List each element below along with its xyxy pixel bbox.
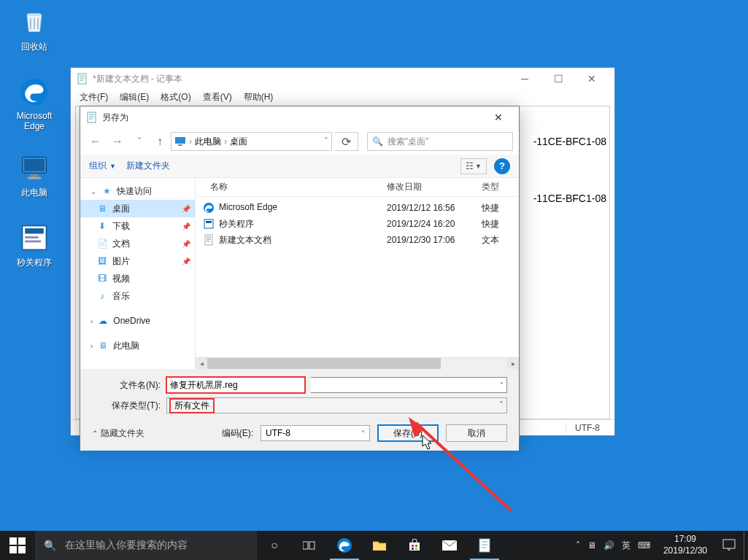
list-item[interactable]: 秒关程序 2019/12/24 16:20 快捷 [196,216,519,232]
desktop-icon-sec-shutdown[interactable]: 秒关程序 [6,222,63,269]
tray-network-icon[interactable]: 🖥 [587,540,596,551]
column-modified[interactable]: 修改日期 [379,181,474,193]
tree-this-pc[interactable]: ›🖥此电脑 [80,337,195,354]
address-bar[interactable]: › 此电脑 › 桌面 ˅ [171,132,332,151]
list-item[interactable]: Microsoft Edge 2019/12/12 16:56 快捷 [196,200,519,216]
nav-back-button[interactable]: ← [86,132,105,151]
notepad-icon [479,538,490,553]
taskbar-clock[interactable]: 17:09 2019/12/30 [656,534,714,556]
notepad-titlebar[interactable]: *新建文本文档 - 记事本 ─ ☐ ✕ [71,68,614,90]
column-name[interactable]: 名称 [196,181,379,193]
system-tray: ˄ 🖥 🔊 英 ⌨ [570,540,656,552]
mail-icon [442,540,457,551]
dialog-titlebar[interactable]: 另存为 ✕ [80,106,519,128]
svg-rect-24 [415,548,417,550]
taskbar-app-explorer[interactable] [362,531,397,560]
tree-item-music[interactable]: ♪音乐 [80,287,195,305]
menu-help[interactable]: 帮助(H) [239,90,278,106]
folder-tree: ⌄★快速访问 🖥桌面📌 ⬇下载📌 📄文档📌 🖼图片📌 🎞视频 ♪音乐 ›☁One… [80,178,196,369]
svg-rect-7 [25,236,38,238]
scroll-left-button[interactable]: ◂ [196,358,207,369]
start-button[interactable] [0,531,35,560]
task-view-button[interactable] [292,531,327,560]
minimize-button[interactable]: ─ [508,68,541,90]
desktop-icon-label: Microsoft Edge [6,111,63,131]
list-item[interactable]: 新建文本文档 2019/12/30 17:06 文本 [196,232,519,248]
svg-rect-18 [309,542,315,549]
chevron-down-icon[interactable]: ˅ [500,381,504,389]
hide-folders-button[interactable]: ⌃隐藏文件夹 [92,427,144,440]
encoding-combo[interactable]: UTF-8˅ [261,425,370,441]
list-header: 名称 修改日期 类型 [196,178,519,197]
help-button[interactable]: ? [494,158,510,174]
menu-file[interactable]: 文件(F) [75,90,112,106]
shortcut-icon [203,218,215,230]
taskbar-app-mail[interactable] [432,531,467,560]
notepad-title: *新建文本文档 - 记事本 [93,73,182,85]
search-input[interactable]: 🔍 搜索"桌面" [367,132,513,151]
taskbar-app-edge[interactable] [327,531,362,560]
filename-input[interactable] [166,377,305,393]
view-options-button[interactable]: ☷ ▼ [460,158,487,174]
svg-rect-2 [24,159,45,171]
breadcrumb-pc[interactable]: 此电脑 [195,136,221,148]
pin-icon: 📌 [182,222,190,230]
tree-item-desktop[interactable]: 🖥桌面📌 [80,200,195,217]
desktop-icon-edge[interactable]: Microsoft Edge [6,76,63,131]
menu-format[interactable]: 格式(O) [156,90,195,106]
tree-item-downloads[interactable]: ⬇下载📌 [80,217,195,235]
taskbar-search[interactable]: 🔍 在这里输入你要搜索的内容 [35,531,257,560]
action-center-button[interactable] [714,531,744,560]
dialog-title: 另存为 [102,112,128,124]
column-type[interactable]: 类型 [474,181,519,193]
horizontal-scrollbar[interactable]: ◂ ▸ [196,357,519,369]
nav-forward-button[interactable]: → [108,132,127,151]
desktop-icon-label: 回收站 [6,41,63,53]
notepad-text-fragment: -11CE-BFC1-08 [533,136,606,147]
tray-chevron-up-icon[interactable]: ˄ [576,540,580,551]
nav-history-button[interactable]: ˅ [130,132,149,151]
tree-quick-access[interactable]: ⌄★快速访问 [80,182,195,200]
refresh-button[interactable]: ⟳ [335,132,358,151]
dialog-close-button[interactable]: ✕ [484,106,513,128]
notepad-icon [86,112,98,123]
edge-icon [18,76,50,108]
show-desktop-button[interactable] [744,531,748,560]
taskbar-app-notepad[interactable] [467,531,502,560]
new-folder-button[interactable]: 新建文件夹 [126,160,170,172]
menu-view[interactable]: 查看(V) [198,90,236,106]
svg-rect-9 [78,74,86,84]
svg-rect-4 [28,177,41,179]
scroll-thumb[interactable] [207,358,441,369]
desktop-icon-recycle-bin[interactable]: 回收站 [6,6,63,53]
tree-item-videos[interactable]: 🎞视频 [80,270,195,287]
organize-button[interactable]: 组织 ▼ [89,160,116,172]
svg-rect-17 [303,542,308,549]
svg-rect-3 [31,174,39,177]
tray-ime[interactable]: 英 [622,540,631,552]
tray-keyboard-icon[interactable]: ⌨ [638,540,650,551]
tray-volume-icon[interactable]: 🔊 [604,540,614,551]
desktop-icon-this-pc[interactable]: 此电脑 [6,152,63,199]
maximize-button[interactable]: ☐ [541,68,575,90]
tree-item-documents[interactable]: 📄文档📌 [80,235,195,252]
filetype-combo[interactable]: 所有文件˅ [166,397,507,413]
scroll-right-button[interactable]: ▸ [507,358,519,369]
document-icon: 📄 [96,238,108,249]
recycle-bin-icon [18,6,50,38]
close-button[interactable]: ✕ [575,68,609,90]
save-as-dialog: 另存为 ✕ ← → ˅ ↑ › 此电脑 › 桌面 ˅ ⟳ 🔍 搜索"桌面" 组织… [80,106,520,443]
menu-edit[interactable]: 编辑(E) [115,90,153,106]
cortana-button[interactable]: ○ [257,531,292,560]
breadcrumb-desktop[interactable]: 桌面 [230,136,247,148]
tree-item-pictures[interactable]: 🖼图片📌 [80,252,195,270]
cancel-button[interactable]: 取消 [446,424,507,442]
svg-rect-22 [415,545,417,547]
download-icon: ⬇ [96,220,108,232]
tree-onedrive[interactable]: ›☁OneDrive [80,312,195,330]
nav-up-button[interactable]: ↑ [152,133,168,149]
save-button[interactable]: 保存(S) [377,424,439,442]
video-icon: 🎞 [96,273,108,284]
svg-rect-21 [412,545,414,547]
taskbar-app-store[interactable] [397,531,432,560]
